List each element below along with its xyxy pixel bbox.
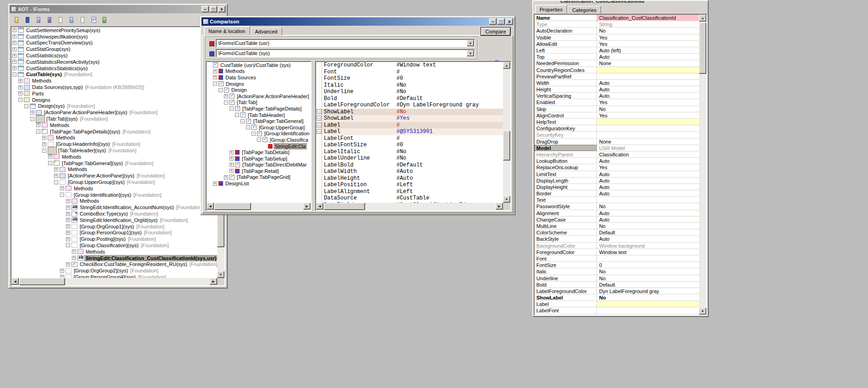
tree-horizontal-scrollbar[interactable] [207, 203, 311, 210]
property-row[interactable]: Label [535, 301, 699, 307]
collapse-icon[interactable]: - [246, 125, 250, 129]
property-value[interactable]: Window background [597, 243, 699, 249]
undo-button[interactable] [88, 15, 98, 25]
tree-item[interactable]: +Methods [11, 122, 217, 128]
collapse-icon[interactable]: - [48, 161, 52, 165]
expand-icon[interactable]: + [72, 256, 76, 260]
sync-button[interactable] [99, 15, 109, 25]
property-row[interactable]: HelpText [535, 119, 699, 125]
collapse-icon[interactable]: - [213, 82, 217, 86]
first-object-combo[interactable]: \Forms\CustTable (usr) [216, 39, 475, 47]
property-value[interactable]: Auto [597, 236, 699, 242]
expand-icon[interactable]: + [66, 224, 70, 228]
expand-icon[interactable]: + [229, 163, 234, 167]
property-value[interactable]: Auto [597, 171, 699, 177]
diff-vertical-scrollbar[interactable] [503, 62, 510, 203]
property-row[interactable]: NameClassification_CustClassificationId [535, 15, 699, 21]
collapse-icon[interactable]: - [54, 180, 58, 184]
property-row[interactable]: HierarchyParentClassification [535, 151, 699, 158]
tree-item[interactable]: -CustTable(sys)[Foundation] [11, 72, 217, 78]
property-row[interactable]: AlignControlYes [535, 112, 699, 119]
properties-vertical-scrollbar[interactable] [699, 15, 706, 315]
property-value[interactable]: Auto [597, 80, 699, 86]
property-value[interactable] [597, 125, 699, 131]
diff-row[interactable]: ShowLabel #Yes [322, 115, 503, 122]
property-value[interactable]: Auto [597, 184, 699, 190]
tree-item[interactable]: -Designs [11, 97, 217, 103]
tree-item[interactable]: +CheckBox:CustTable_ForeignResident_RU(s… [11, 261, 217, 267]
property-value[interactable]: Auto [597, 93, 699, 99]
property-row[interactable]: ReplaceOnLookupYes [535, 164, 699, 171]
scroll-thumb[interactable] [699, 22, 706, 74]
property-row[interactable]: PreviewPartRef [535, 73, 699, 80]
expand-icon[interactable]: + [229, 169, 234, 173]
compile-button[interactable] [44, 15, 55, 25]
property-value[interactable]: Auto [597, 216, 699, 222]
diff-row[interactable]: LabelItalic #No [322, 149, 503, 155]
expand-icon[interactable]: + [66, 199, 70, 203]
tree-item[interactable]: +CustStatistics(sys) [11, 52, 217, 59]
tree-item[interactable]: CustTable (usr)/CustTable (sys) [207, 62, 311, 68]
tree-item[interactable]: -[TabPage:TabGeneral] [207, 118, 311, 124]
compare-button[interactable]: Compare [480, 27, 511, 36]
scroll-left-icon[interactable] [316, 203, 323, 210]
scroll-right-icon[interactable] [303, 203, 311, 210]
property-row[interactable]: BorderAuto [535, 190, 699, 197]
scroll-thumb[interactable] [214, 203, 251, 210]
save-button[interactable] [22, 15, 33, 25]
property-row[interactable]: UnderlineNo [535, 275, 699, 282]
tree-item[interactable]: +[Group:OrgGroup2](sys)[Foundation] [11, 267, 217, 274]
expand-icon[interactable]: + [12, 28, 16, 32]
diff-row[interactable]: LabelUnderline #No [322, 155, 503, 162]
expand-icon[interactable]: + [12, 47, 16, 51]
property-row[interactable]: NeededPermissionNone [535, 60, 699, 67]
expand-icon[interactable]: + [54, 167, 58, 172]
tree-item[interactable]: +Methods [11, 185, 217, 192]
tree-item[interactable]: +[Group:HeaderInfo](sys)[Foundation] [11, 141, 217, 147]
tree-item[interactable]: +ComboBox:Type(sys)[Foundation] [11, 211, 217, 217]
scroll-up-icon[interactable] [699, 15, 706, 22]
tree-item[interactable]: +CustStatisticsStatistics(sys) [11, 65, 217, 72]
property-value[interactable] [597, 255, 699, 261]
property-value[interactable]: Default [597, 282, 699, 288]
property-value[interactable] [597, 132, 699, 138]
aot-titlebar[interactable]: AOT - \Forms [10, 5, 226, 13]
expand-icon[interactable]: + [36, 123, 40, 127]
scroll-right-icon[interactable] [496, 203, 503, 210]
expand-icon[interactable]: + [213, 182, 217, 186]
collapse-icon[interactable]: - [60, 193, 64, 197]
property-value[interactable] [597, 307, 699, 313]
property-value[interactable]: Default [597, 229, 699, 235]
expand-icon[interactable]: + [66, 205, 70, 210]
scroll-right-icon[interactable] [210, 278, 217, 285]
diff-row[interactable]: FontSize #0 [322, 75, 503, 82]
expand-icon[interactable]: + [42, 142, 46, 146]
tree-item[interactable]: -[Tab:TabHeader] [207, 112, 311, 118]
tree-item[interactable]: +CustStatGroup(sys) [11, 46, 217, 52]
expand-icon[interactable]: + [213, 69, 217, 73]
property-value[interactable] [597, 73, 699, 79]
scroll-down-icon[interactable] [503, 196, 510, 203]
tree-item[interactable]: +DesignList [207, 180, 311, 187]
tree-item[interactable]: +Methods [207, 68, 311, 75]
tree-item[interactable]: +CustStatisticsRecentActivity(sys) [11, 59, 217, 65]
tree-item[interactable]: -[Group:Classification](sys)[Foundation] [11, 242, 217, 249]
tree-item[interactable]: -[TabPage:TabPageDetails](sys)[Foundatio… [11, 128, 217, 135]
property-value[interactable]: No [597, 294, 699, 300]
property-value[interactable]: Dyn LabelForeground gray [597, 288, 699, 294]
tree-item[interactable]: +Data Sources(sys,syp)[Foundation (KB288… [11, 84, 217, 90]
tree-item[interactable]: -[Tab:Tab] [207, 100, 311, 106]
property-row[interactable]: DisplayHeightAuto [535, 184, 699, 190]
property-row[interactable]: ItalicNo [535, 268, 699, 275]
expand-icon[interactable]: + [224, 175, 228, 179]
property-row[interactable]: TypeString [535, 21, 699, 28]
collapse-icon[interactable]: - [251, 132, 256, 136]
property-value[interactable]: None [597, 139, 699, 144]
edit-button[interactable] [33, 15, 44, 25]
collapse-icon[interactable]: - [235, 113, 239, 117]
chevron-down-icon[interactable] [467, 40, 474, 46]
property-value[interactable]: No [597, 28, 699, 33]
property-row[interactable]: ChangeCaseAuto [535, 216, 699, 223]
property-value[interactable]: 0 [597, 262, 699, 268]
property-row[interactable]: LookupButtonAuto [535, 158, 699, 164]
